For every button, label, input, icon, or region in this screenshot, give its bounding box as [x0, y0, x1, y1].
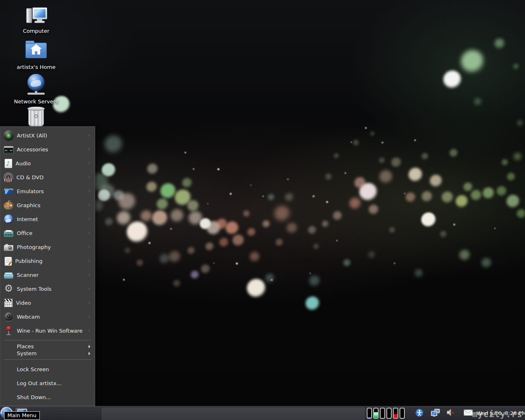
submenu-arrow-icon — [89, 352, 90, 355]
window-list[interactable] — [101, 407, 366, 420]
accessibility-icon[interactable] — [415, 409, 424, 417]
house-icon — [32, 48, 40, 55]
menu-item-artistx[interactable]: ArtistX (All) — [0, 128, 95, 142]
menu-item-video[interactable]: Video — [0, 296, 95, 310]
submenu-arrow-icon — [89, 176, 90, 179]
webcam-icon — [5, 313, 13, 321]
display-settings-icon[interactable] — [431, 409, 441, 417]
menu-item-cd-dvd[interactable]: CD & DVD — [0, 170, 95, 184]
menu-item-audio[interactable]: Audio — [0, 156, 95, 170]
office-icon — [4, 231, 14, 237]
desktop-icon-trash[interactable] — [14, 106, 59, 129]
menu-item-internet[interactable]: Internet — [0, 212, 95, 226]
desktop-icon-computer[interactable]: Computer — [14, 7, 59, 34]
desktop-icon-label: Network Servers — [14, 98, 59, 105]
volume-muted-icon[interactable] — [446, 409, 456, 416]
submenu-arrow-icon — [89, 217, 90, 221]
artistx-icon — [4, 130, 14, 140]
accessories-icon — [4, 146, 14, 154]
sysmon-bar — [393, 408, 398, 419]
photography-icon — [4, 245, 14, 251]
submenu-arrow-icon — [89, 287, 90, 290]
submenu-arrow-icon — [89, 203, 90, 207]
computer-icon — [24, 7, 48, 26]
submenu-arrow-icon — [89, 315, 90, 318]
menu-item-system-tools[interactable]: System Tools — [0, 282, 95, 296]
menu-separator — [4, 359, 91, 360]
submenu-arrow-icon — [89, 231, 90, 235]
menu-item-wine[interactable]: Wine - Run Win Software — [0, 324, 95, 338]
menu-item-photography[interactable]: Photography — [0, 240, 95, 254]
menu-separator — [4, 340, 91, 340]
desktop: Computer artistx's Home Network Servers … — [0, 0, 525, 420]
sysmon-bar — [386, 408, 392, 419]
menu-item-places[interactable]: Places — [0, 343, 95, 350]
menu-item-lock-screen[interactable]: Lock Screen — [0, 362, 95, 376]
network-servers-icon — [24, 74, 48, 97]
desktop-icon-label: artistx's Home — [14, 64, 59, 70]
menu-item-shut-down[interactable]: Shut Down... — [0, 390, 95, 404]
home-folder-icon — [24, 43, 48, 62]
emulators-icon — [4, 188, 14, 195]
main-menu: ArtistX (All)AccessoriesAudioCD & DVDEmu… — [0, 126, 95, 406]
mail-icon[interactable] — [463, 409, 473, 416]
menu-item-system[interactable]: System — [0, 350, 95, 357]
bottom-panel: Wed Jul 6, 8:28 PM — [0, 406, 525, 420]
submenu-arrow-icon — [89, 162, 90, 165]
submenu-arrow-icon — [89, 329, 90, 332]
submenu-arrow-icon — [89, 259, 90, 262]
sysmon-bar — [399, 408, 405, 419]
menu-item-webcam[interactable]: Webcam — [0, 310, 95, 324]
system-tools-icon — [4, 284, 14, 294]
internet-icon — [4, 215, 13, 224]
sysmon-bar — [373, 408, 379, 419]
submenu-arrow-icon — [89, 148, 90, 151]
cd-dvd-icon — [4, 173, 13, 182]
scanner-icon — [4, 274, 14, 279]
menu-item-emulators[interactable]: Emulators — [0, 184, 95, 198]
video-icon — [4, 299, 13, 307]
wine-icon — [4, 326, 14, 336]
desktop-icon-network-servers[interactable]: Network Servers — [14, 73, 59, 105]
submenu-arrow-icon — [89, 245, 90, 249]
sysmon-bar — [367, 408, 372, 419]
trash-icon — [24, 107, 48, 127]
menu-item-publishing[interactable]: Publishing — [0, 254, 95, 268]
submenu-arrow-icon — [89, 189, 90, 193]
system-monitor-applet[interactable] — [367, 408, 405, 419]
menu-item-office[interactable]: Office — [0, 226, 95, 240]
watermark: mycity.rs — [472, 409, 523, 419]
desktop-icon-home[interactable]: artistx's Home — [14, 39, 59, 70]
submenu-arrow-icon — [89, 134, 90, 137]
publishing-icon — [5, 257, 12, 266]
audio-icon — [5, 159, 12, 168]
menu-item-scanner[interactable]: Scanner — [0, 268, 95, 282]
submenu-arrow-icon — [89, 345, 90, 348]
menu-item-accessories[interactable]: Accessories — [0, 142, 95, 156]
menu-item-log-out[interactable]: Log Out artistx... — [0, 376, 95, 390]
menu-item-graphics[interactable]: Graphics — [0, 198, 95, 212]
main-menu-tooltip: Main Menu — [4, 411, 40, 420]
submenu-arrow-icon — [89, 301, 90, 304]
graphics-icon — [4, 202, 14, 210]
submenu-arrow-icon — [89, 273, 90, 276]
sysmon-bar — [380, 408, 385, 419]
menu-categories: ArtistX (All)AccessoriesAudioCD & DVDEmu… — [0, 128, 95, 338]
desktop-icon-label: Computer — [14, 28, 59, 34]
